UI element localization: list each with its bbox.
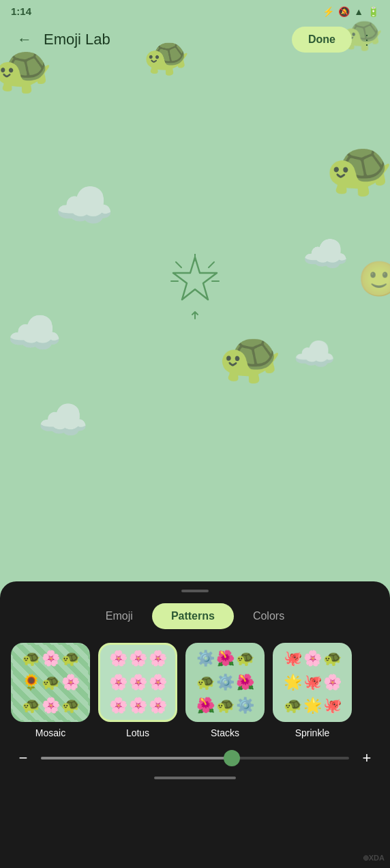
pattern-thumb-mosaic[interactable]: 🐢🌸🐢 🌻🐢🌸 🐢🌸🐢 (11, 643, 90, 722)
panel-handle (181, 590, 209, 592)
top-bar: ← Emoji Lab Done ⋮ (0, 0, 390, 59)
pattern-item-stacks[interactable]: ⚙️🌺🐢 🐢⚙️🌺 🌺🐢⚙️ Stacks (185, 643, 265, 738)
bottom-panel: Emoji Patterns Colors 🐢🌸🐢 🌻🐢🌸 🐢🌸🐢 Mosaic… (0, 581, 390, 868)
cloud-decoration-3: ☁️ (7, 307, 62, 359)
pattern-thumb-sprinkle[interactable]: 🐙🌸🐢 🌟🐙🌸 🐢🌟🐙 (273, 643, 352, 722)
pattern-item-lotus[interactable]: 🌸🌸🌸 🌸🌸🌸 🌸🌸🌸 Lotus (98, 643, 177, 738)
svg-line-4 (209, 262, 214, 267)
slider-thumb[interactable] (224, 750, 240, 766)
cloud-decoration-5: ☁️ (38, 396, 89, 444)
pattern-label-lotus: Lotus (126, 727, 149, 738)
pattern-thumb-stacks[interactable]: ⚙️🌺🐢 🐢⚙️🌺 🌺🐢⚙️ (185, 643, 265, 722)
slider-fill (41, 757, 232, 760)
pattern-preview-stacks: ⚙️🌺🐢 🐢⚙️🌺 🌺🐢⚙️ (188, 645, 262, 720)
slider-decrease-button[interactable]: − (14, 749, 33, 767)
slider-row: − + (0, 738, 390, 767)
done-button[interactable]: Done (292, 27, 352, 53)
cloud-decoration-2: ☁️ (302, 232, 349, 276)
star-decoration (168, 254, 222, 322)
background-area: 🐢 🐢 🐢 🐢 ☁️ ☁️ ☁️ ☁️ ☁️ 🐢 🙂 (0, 0, 390, 609)
slider-increase-button[interactable]: + (357, 749, 376, 767)
tab-emoji[interactable]: Emoji (87, 603, 152, 629)
slider-track[interactable] (41, 757, 349, 760)
bottom-nav-indicator (154, 777, 236, 779)
tab-bar: Emoji Patterns Colors (0, 603, 390, 629)
pattern-preview-sprinkle: 🐙🌸🐢 🌟🐙🌸 🐢🌟🐙 (275, 645, 350, 720)
page-title: Emoji Lab (44, 31, 292, 48)
tab-patterns[interactable]: Patterns (152, 603, 234, 629)
svg-marker-0 (173, 257, 217, 300)
star-svg (168, 254, 222, 308)
pattern-item-sprinkle[interactable]: 🐙🌸🐢 🌟🐙🌸 🐢🌟🐙 Sprinkle (273, 643, 352, 738)
pattern-label-stacks: Stacks (211, 727, 239, 738)
pattern-label-mosaic: Mosaic (35, 727, 65, 738)
pattern-item-mosaic[interactable]: 🐢🌸🐢 🌻🐢🌸 🐢🌸🐢 Mosaic (11, 643, 90, 738)
turtle-decoration-5: 🐢 (218, 328, 282, 388)
pattern-preview-lotus: 🌸🌸🌸 🌸🌸🌸 🌸🌸🌸 (100, 645, 175, 720)
turtle-decoration-6: 🙂 (358, 259, 390, 299)
svg-line-5 (176, 262, 181, 267)
pattern-grid: 🐢🌸🐢 🌻🐢🌸 🐢🌸🐢 Mosaic 🌸🌸🌸 🌸🌸🌸 🌸🌸🌸 Lotus (0, 643, 390, 738)
cloud-decoration-4: ☁️ (293, 334, 335, 374)
turtle-decoration-4: 🐢 (325, 136, 390, 201)
more-button[interactable]: ⋮ (355, 27, 379, 52)
pattern-label-sprinkle: Sprinkle (295, 727, 330, 738)
back-button[interactable]: ← (11, 26, 38, 53)
tab-colors[interactable]: Colors (234, 603, 303, 629)
pattern-thumb-lotus[interactable]: 🌸🌸🌸 🌸🌸🌸 🌸🌸🌸 (98, 643, 177, 722)
xda-watermark: ⊕XDA (363, 854, 385, 863)
pattern-preview-mosaic: 🐢🌸🐢 🌻🐢🌸 🐢🌸🐢 (13, 645, 88, 720)
cloud-decoration-1: ☁️ (55, 177, 114, 233)
arrow-up-icon (188, 308, 202, 322)
